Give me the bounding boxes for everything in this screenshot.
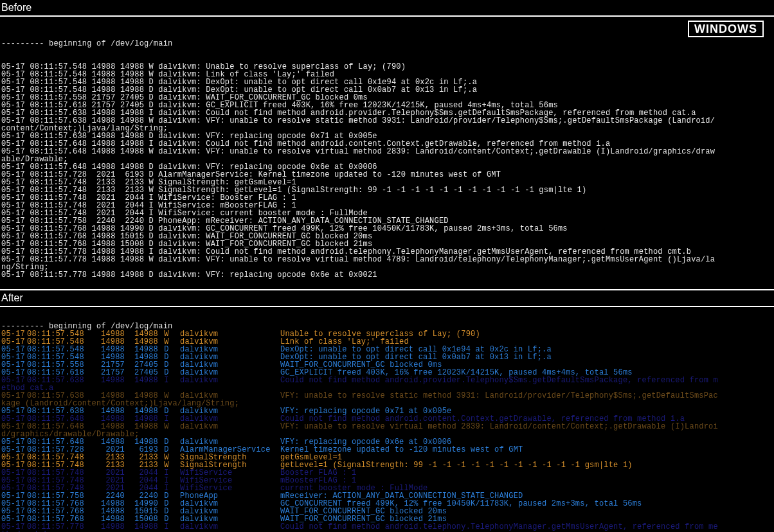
log-tag: dalvikvm bbox=[180, 523, 276, 531]
log-msg: VFY: unable to resolve static method 393… bbox=[280, 392, 718, 400]
log-msg: VFY: unable to resolve virtual method 28… bbox=[280, 423, 718, 430]
before-heading: Before bbox=[0, 0, 774, 15]
log-pid1: 14988 bbox=[91, 523, 125, 531]
after-log-panel: --------- beginning of /dev/log/main05-1… bbox=[0, 307, 774, 532]
log-pid2: 14988 bbox=[125, 377, 158, 384]
log-tag: dalvikvm bbox=[180, 377, 276, 384]
log-msg: Could not find method android.provider.T… bbox=[280, 377, 718, 384]
log-row: 05-1708:11:57.7781498814988IdalvikvmCoul… bbox=[1, 523, 773, 531]
log-line: 05-17 08:11:57.778 14988 14988 D dalvikv… bbox=[1, 271, 773, 279]
log-line: 05-17 08:11:57.648 14988 14988 W dalvikv… bbox=[1, 148, 773, 155]
log-begin-line: --------- beginning of /dev/log/main bbox=[1, 40, 773, 48]
log-pid2: 14988 bbox=[125, 523, 158, 531]
after-heading: After bbox=[0, 290, 774, 306]
before-log-panel: WINDOWS --------- beginning of /dev/log/… bbox=[0, 17, 774, 289]
log-pid1: 14988 bbox=[91, 377, 125, 384]
log-lvl: I bbox=[162, 523, 171, 531]
log-lvl: I bbox=[162, 377, 171, 384]
log-msg: Could not find method android.telephony.… bbox=[280, 523, 718, 531]
log-line: 05-17 08:11:57.778 14988 14988 W dalvikv… bbox=[1, 256, 773, 263]
windows-badge: WINDOWS bbox=[688, 21, 764, 37]
log-tag: dalvikvm bbox=[180, 423, 276, 430]
log-lvl: W bbox=[162, 423, 171, 430]
log-row: 05-1708:11:57.6381498814988IdalvikvmCoul… bbox=[1, 377, 773, 384]
